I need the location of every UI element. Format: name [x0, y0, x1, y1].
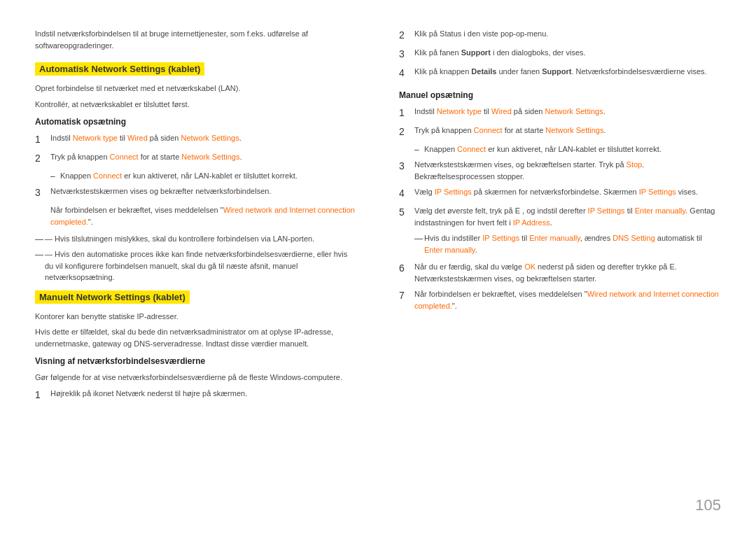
bold-support: Support [461, 48, 491, 57]
sub1-heading: Automatisk opsætning [35, 117, 357, 127]
link-ip-address: IP Address [513, 218, 550, 227]
list-item: 1 Indstil Network type til Wired på side… [35, 132, 357, 147]
link-ip-settings2: IP Settings [639, 188, 676, 196]
list-num: 6 [399, 261, 414, 276]
note-item: — — Hvis den automatiske proces ikke kan… [35, 248, 357, 283]
link-wired-msg: Wired network and Internet connection co… [414, 290, 719, 310]
section3-heading: Manuel opsætning [399, 90, 721, 100]
list-num: 5 [399, 205, 414, 220]
list-num: 2 [399, 28, 414, 43]
link-connect: Connect [110, 153, 139, 161]
note-dash: — [35, 233, 45, 246]
list-num: 7 [399, 288, 414, 303]
right-top-list: 2 Klik på Status i den viste pop-op-menu… [399, 28, 721, 80]
sub2-heading: Visning af netværksforbindelsesværdierne [35, 356, 357, 366]
list-content: Når forbindelsen er bekræftet, vises med… [414, 288, 721, 311]
list-content: Vælg det øverste felt, tryk på E , og in… [414, 205, 721, 228]
list-num: 1 [399, 106, 414, 120]
sub1-list: 1 Indstil Network type til Wired på side… [35, 132, 357, 166]
dash-content: Knappen Connect er kun aktiveret, når LA… [60, 170, 357, 183]
list-content: Klik på fanen Support i den dialogboks, … [414, 47, 721, 59]
sub1-list-item3: 3 Netværkstestskærmen vises og bekræfter… [35, 185, 357, 200]
list-item: 2 Tryk på knappen Connect for at starte … [35, 151, 357, 166]
list-item: 1 Højreklik på ikonet Netværk nederst ti… [35, 388, 357, 402]
list-content: Netværkstestskærmen vises og bekræfter n… [50, 185, 357, 197]
link-ok: OK [524, 262, 536, 271]
note-dash: — [414, 232, 424, 255]
list-num: 3 [399, 159, 414, 174]
list-item: 4 Klik på knappen Details under fanen Su… [399, 66, 721, 80]
section2-para: Kontorer kan benytte statiske IP-adresse… [35, 311, 357, 323]
list-num: 2 [399, 125, 414, 139]
sub2-para: Gør følgende for at vise netværksforbind… [35, 372, 357, 384]
dash-item: – Knappen Connect er kun aktiveret, når … [414, 143, 721, 156]
link-dns-setting: DNS Setting [612, 234, 655, 242]
link-ip-settings: IP Settings [482, 234, 519, 242]
note-item: — — Hvis tilslutningen mislykkes, skal d… [35, 233, 357, 246]
bold-support2: Support [542, 67, 571, 76]
dash-icon: – [414, 143, 424, 156]
section1-heading: Automatisk Network Settings (kablet) [35, 62, 204, 76]
link-network-settings: Network Settings [545, 107, 603, 115]
link-network-type: Network type [437, 107, 482, 115]
section2-heading: Manuelt Network Settings (kablet) [35, 290, 190, 304]
list-content: Indstil Network type til Wired på siden … [50, 132, 357, 144]
link-stop: Stop [626, 160, 643, 169]
link-wired: Wired [127, 134, 148, 142]
manuel-list-3: 6 Når du er færdig, skal du vælge OK ned… [399, 261, 721, 311]
section1-para1: Opret forbindelse til netværket med et n… [35, 83, 357, 94]
list-num: 1 [35, 132, 50, 147]
note-content: — Hvis den automatiske proces ikke kan f… [45, 248, 357, 283]
list-item: 4 Vælg IP Settings på skærmen for netvær… [399, 186, 721, 201]
list-item: 3 Netværkstestskærmen vises, og bekræfte… [399, 159, 721, 182]
list-content: Tryk på knappen Connect for at starte Ne… [50, 151, 357, 163]
sub2-list: 1 Højreklik på ikonet Netværk nederst ti… [35, 388, 357, 402]
link-enter-manually2: Enter manually [424, 246, 475, 254]
link-wired-msg: Wired network and Internet connection co… [50, 206, 355, 226]
list-num: 1 [35, 388, 50, 402]
link-network-type: Network type [73, 134, 118, 142]
link-connect: Connect [93, 171, 122, 180]
dash-content: Når forbindelsen er bekræftet, vises med… [50, 204, 357, 227]
right-column: 2 Klik på Status i den viste pop-op-menu… [378, 28, 721, 506]
list-content: Netværkstestskærmen vises, og bekræftels… [414, 159, 721, 182]
list-item: 1 Indstil Network type til Wired på side… [399, 106, 721, 120]
list-num: 2 [35, 151, 50, 166]
list-item: 5 Vælg det øverste felt, tryk på E , og … [399, 205, 721, 228]
list-num: 3 [399, 47, 414, 62]
list-item: 7 Når forbindelsen er bekræftet, vises m… [399, 288, 721, 311]
link-network-settings: Network Settings [181, 153, 239, 161]
list-content: Tryk på knappen Connect for at starte Ne… [414, 125, 721, 136]
list-content: Vælg IP Settings på skærmen for netværks… [414, 186, 721, 198]
list-item: 6 Når du er færdig, skal du vælge OK ned… [399, 261, 721, 284]
link-connect: Connect [474, 126, 503, 134]
list-item: 3 Klik på fanen Support i den dialogboks… [399, 47, 721, 62]
link-ip-settings: IP Settings [435, 188, 472, 196]
page: Indstil netværksforbindelsen til at brug… [0, 0, 756, 534]
list-item: 2 Klik på Status i den viste pop-op-menu… [399, 28, 721, 43]
list-num: 3 [35, 185, 50, 200]
section1-para2: Kontrollér, at netværkskablet er tilslut… [35, 99, 357, 111]
link-enter-manually: Enter manually [635, 206, 686, 215]
section2-para2: Hvis dette er tilfældet, skal du bede di… [35, 326, 357, 349]
note-dash: — [35, 248, 45, 283]
page-number: 105 [695, 496, 721, 514]
list-item: 2 Tryk på knappen Connect for at starte … [399, 125, 721, 139]
left-column: Indstil netværksforbindelsen til at brug… [35, 28, 378, 506]
manuel-list-2: 3 Netværkstestskærmen vises, og bekræfte… [399, 159, 721, 228]
link-network-settings: Network Settings [181, 134, 239, 142]
list-item: 3 Netværkstestskærmen vises og bekræfter… [35, 185, 357, 200]
link-ip-settings: IP Settings [588, 206, 625, 215]
dash-item: Når forbindelsen er bekræftet, vises med… [50, 204, 357, 227]
note-item: — Hvis du indstiller IP Settings til Ent… [414, 232, 721, 255]
dash-icon: – [50, 170, 60, 183]
list-num: 4 [399, 186, 414, 201]
link-network-settings: Network Settings [545, 126, 603, 134]
list-num: 4 [399, 66, 414, 80]
list-content: Højreklik på ikonet Netværk nederst til … [50, 388, 357, 400]
dash-content: Knappen Connect er kun aktiveret, når LA… [424, 143, 721, 156]
bold-details: Details [471, 67, 496, 76]
link-enter-manually: Enter manually [529, 234, 580, 242]
link-connect: Connect [457, 145, 486, 153]
list-content: Indstil Network type til Wired på siden … [414, 106, 721, 118]
